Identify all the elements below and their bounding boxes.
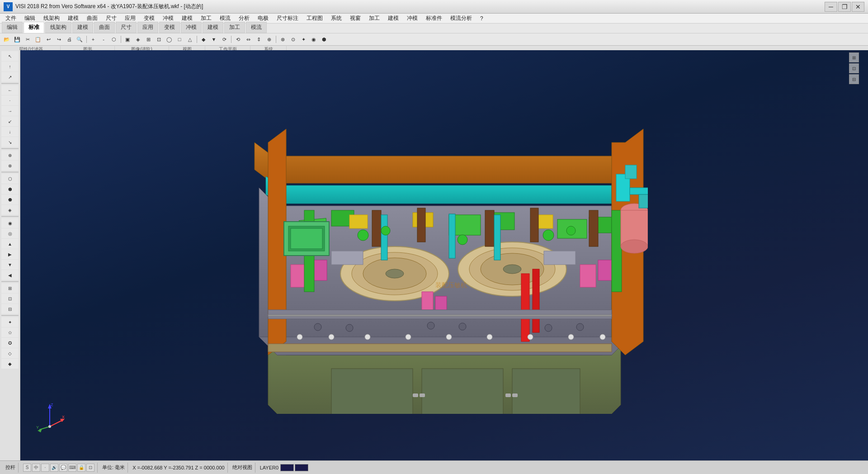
view-top-button[interactable]: ⊞ bbox=[849, 52, 859, 62]
toolbar-btn-6[interactable]: 🖨 bbox=[64, 34, 74, 44]
status-icon-4[interactable]: 🔊 bbox=[50, 464, 58, 472]
toolbar-btn-14[interactable]: ⊡ bbox=[154, 34, 164, 44]
left-toolbar-btn-22[interactable]: ⊡ bbox=[1, 294, 19, 303]
toolbar-btn-1[interactable]: 💾 bbox=[12, 34, 22, 44]
tab-8[interactable]: 冲模 bbox=[181, 22, 202, 33]
left-toolbar-btn-4[interactable]: · bbox=[1, 95, 19, 105]
toolbar-btn-2[interactable]: ✂ bbox=[23, 34, 33, 44]
left-toolbar-btn-28[interactable]: ◆ bbox=[1, 359, 19, 369]
tab-11[interactable]: 模流 bbox=[246, 22, 267, 33]
left-toolbar-btn-13[interactable]: ⬣ bbox=[1, 194, 19, 204]
left-toolbar-btn-11[interactable]: ⬡ bbox=[1, 174, 19, 184]
tab-6[interactable]: 应用 bbox=[137, 22, 158, 33]
left-toolbar-btn-7[interactable]: ↓ bbox=[1, 127, 19, 137]
toolbar-btn-27[interactable]: ✦ bbox=[298, 34, 308, 44]
menu-item-14[interactable]: 尺寸标注 bbox=[273, 14, 302, 23]
tab-3[interactable]: 建模 bbox=[72, 22, 93, 33]
left-toolbar-btn-14[interactable]: ◈ bbox=[1, 205, 19, 215]
toolbar-btn-29[interactable]: ⬢ bbox=[319, 34, 329, 44]
view-side-button[interactable]: ⊟ bbox=[849, 74, 859, 84]
tab-1[interactable]: 标准 bbox=[24, 22, 44, 33]
left-toolbar-btn-2[interactable]: ↗ bbox=[1, 72, 19, 82]
status-icon-8[interactable]: ⊡ bbox=[86, 464, 94, 472]
left-toolbar-btn-19[interactable]: ▼ bbox=[1, 260, 19, 270]
main-viewport[interactable]: 装配压敏机 Z X bbox=[20, 50, 868, 460]
tab-7[interactable]: 变模 bbox=[159, 22, 180, 33]
toolbar-btn-18[interactable]: ◆ bbox=[198, 34, 208, 44]
status-icon-1[interactable]: S bbox=[23, 464, 31, 472]
status-icon-3[interactable]: · bbox=[41, 464, 49, 472]
toolbar-btn-8[interactable]: + bbox=[88, 34, 98, 44]
minimize-button[interactable]: ─ bbox=[825, 2, 837, 12]
menu-item-21[interactable]: 标准件 bbox=[422, 14, 446, 23]
menu-item-19[interactable]: 建模 bbox=[384, 14, 402, 23]
tab-10[interactable]: 加工 bbox=[224, 22, 245, 33]
menu-item-18[interactable]: 加工 bbox=[365, 14, 383, 23]
toolbar-btn-20[interactable]: ⟳ bbox=[219, 34, 229, 44]
menu-item-16[interactable]: 系统 bbox=[327, 14, 345, 23]
left-toolbar-btn-8[interactable]: ↘ bbox=[1, 137, 19, 147]
left-toolbar-btn-6[interactable]: ↙ bbox=[1, 116, 19, 126]
left-toolbar-btn-25[interactable]: ✩ bbox=[1, 327, 19, 337]
left-toolbar-btn-12[interactable]: ⬢ bbox=[1, 184, 19, 194]
toolbar-btn-21[interactable]: ⟲ bbox=[233, 34, 243, 44]
svg-rect-81 bbox=[544, 251, 576, 265]
left-toolbar-btn-23[interactable]: ⊟ bbox=[1, 304, 19, 314]
left-toolbar-btn-20[interactable]: ◀ bbox=[1, 270, 19, 280]
tab-9[interactable]: 建模 bbox=[203, 22, 223, 33]
menu-item-22[interactable]: 模流分析 bbox=[447, 14, 476, 23]
toolbar-btn-15[interactable]: ◯ bbox=[164, 34, 174, 44]
restore-button[interactable]: ❐ bbox=[838, 2, 851, 12]
toolbar-btn-23[interactable]: ⇕ bbox=[254, 34, 264, 44]
menu-item-20[interactable]: 冲模 bbox=[403, 14, 421, 23]
left-toolbar-btn-18[interactable]: ▶ bbox=[1, 249, 19, 259]
left-toolbar-btn-27[interactable]: ◇ bbox=[1, 348, 19, 358]
left-toolbar-btn-16[interactable]: ◎ bbox=[1, 228, 19, 238]
toolbar-btn-0[interactable]: 📂 bbox=[2, 34, 12, 44]
left-toolbar-btn-1[interactable]: ↑ bbox=[1, 62, 19, 71]
status-icon-5[interactable]: 💬 bbox=[59, 464, 67, 472]
left-toolbar-btn-9[interactable]: ⊕ bbox=[1, 150, 19, 160]
menu-item-23[interactable]: ? bbox=[476, 14, 487, 23]
status-icon-7[interactable]: 🔒 bbox=[77, 464, 85, 472]
tab-2[interactable]: 线架构 bbox=[45, 22, 71, 33]
view-controls[interactable]: ⊞ ⊡ ⊟ bbox=[849, 52, 859, 84]
toolbar-btn-9[interactable]: - bbox=[99, 34, 108, 44]
tab-0[interactable]: 编辑 bbox=[2, 22, 23, 33]
tab-4[interactable]: 曲面 bbox=[94, 22, 115, 33]
toolbar-btn-19[interactable]: ▼ bbox=[209, 34, 219, 44]
toolbar-btn-10[interactable]: ⬡ bbox=[109, 34, 119, 44]
left-toolbar-btn-5[interactable]: → bbox=[1, 106, 19, 116]
left-toolbar-btn-24[interactable]: ✦ bbox=[1, 317, 19, 327]
toolbar-btn-7[interactable]: 🔍 bbox=[75, 34, 85, 44]
toolbar-separator-20 bbox=[230, 34, 232, 44]
toolbar-btn-22[interactable]: ⇔ bbox=[243, 34, 253, 44]
model-area[interactable]: 装配压敏机 bbox=[20, 50, 868, 460]
toolbar-btn-4[interactable]: ↩ bbox=[43, 34, 53, 44]
toolbar-btn-5[interactable]: ↪ bbox=[54, 34, 64, 44]
toolbar-btn-25[interactable]: ⊗ bbox=[278, 34, 288, 44]
close-button[interactable]: ✕ bbox=[852, 2, 864, 12]
view-front-button[interactable]: ⊡ bbox=[849, 63, 859, 73]
left-toolbar-btn-15[interactable]: ◉ bbox=[1, 218, 19, 228]
toolbar-btn-17[interactable]: △ bbox=[185, 34, 195, 44]
toolbar-btn-11[interactable]: ▣ bbox=[123, 34, 132, 44]
left-toolbar-btn-3[interactable]: ← bbox=[1, 85, 19, 95]
left-toolbar-btn-10[interactable]: ⊗ bbox=[1, 161, 19, 171]
toolbar-btn-28[interactable]: ◉ bbox=[309, 34, 319, 44]
menu-item-17[interactable]: 视窗 bbox=[346, 14, 364, 23]
toolbar-btn-12[interactable]: ◈ bbox=[133, 34, 143, 44]
toolbar-btn-26[interactable]: ⊙ bbox=[288, 34, 298, 44]
left-toolbar-btn-17[interactable]: ▲ bbox=[1, 239, 19, 249]
toolbar-btn-3[interactable]: 📋 bbox=[33, 34, 43, 44]
tab-5[interactable]: 尺寸 bbox=[116, 22, 137, 33]
toolbar-btn-13[interactable]: ⊞ bbox=[143, 34, 153, 44]
menu-item-15[interactable]: 工程图 bbox=[303, 14, 326, 23]
left-toolbar-btn-21[interactable]: ⊞ bbox=[1, 283, 19, 293]
toolbar-btn-16[interactable]: □ bbox=[175, 34, 184, 44]
left-toolbar-btn-26[interactable]: ✪ bbox=[1, 338, 19, 348]
left-toolbar-btn-0[interactable]: ↖ bbox=[1, 51, 19, 61]
status-icon-6[interactable]: ⌨ bbox=[68, 464, 76, 472]
toolbar-btn-24[interactable]: ⊕ bbox=[264, 34, 274, 44]
status-icon-2[interactable]: 中 bbox=[32, 464, 40, 472]
